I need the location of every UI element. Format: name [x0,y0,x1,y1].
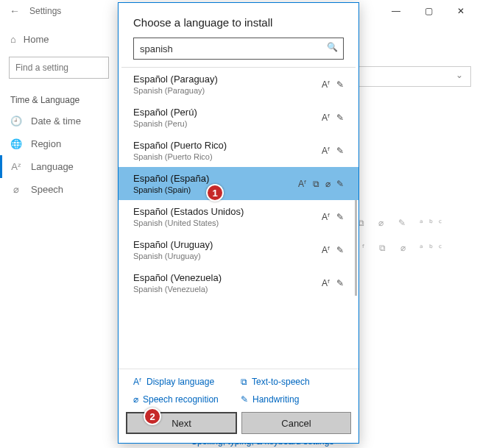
feature-icon: ✎ [336,179,344,189]
nav-language[interactable]: Aᶻ Language [0,155,118,178]
language-list[interactable]: Español (Paraguay)Spanish (Paraguay)Aᶠ✎E… [119,68,358,369]
language-row[interactable]: Español (Estados Unidos)Spanish (United … [119,200,358,233]
find-setting-input[interactable] [9,57,109,79]
speech-icon: ⌀ [133,394,138,405]
language-row[interactable]: Español (España)Spanish (Spain)Aᶠ⧉⌀✎ [119,167,358,200]
legend-handwriting: ✎Handwriting [241,394,344,405]
language-native: Español (Venezuela) [133,272,222,283]
annotation-badge-2: 2 [144,408,161,425]
legend-speech: ⌀Speech recognition [133,394,236,405]
feature-icons: Aᶠ✎ [322,278,344,288]
language-native: Español (Uruguay) [133,239,213,250]
language-row[interactable]: Español (Puerto Rico)Spanish (Puerto Ric… [119,134,358,167]
feature-icon: Aᶠ [322,212,331,222]
language-english: Spanish (Peru) [133,119,197,128]
language-native: Español (Perú) [133,107,197,118]
feature-icons: Aᶠ⧉⌀✎ [298,179,344,189]
annotation-badge-1: 1 [206,184,224,202]
scrollbar[interactable] [355,200,357,296]
language-dialog: Choose a language to install 🔍 Español (… [118,2,359,444]
language-english: Spanish (Uruguay) [133,252,213,260]
display-icon: Aᶠ [133,377,142,387]
language-icon: Aᶻ [10,161,22,172]
feature-icons: Aᶠ✎ [322,245,344,255]
nav-label: Region [31,138,61,149]
legend-tts: ⧉Text-to-speech [241,377,344,387]
language-search-input[interactable] [133,38,344,60]
feature-icon: ⌀ [325,179,331,189]
legend-display: AᶠDisplay language [133,377,236,387]
language-native: Español (Paraguay) [133,74,218,85]
find-setting[interactable] [9,57,109,79]
feature-icon: ✎ [336,79,344,90]
language-english: Spanish (United States) [133,218,244,227]
language-english: Spanish (Paraguay) [133,86,218,95]
search-icon: 🔍 [327,42,338,52]
feature-icons: Aᶠ✎ [322,113,344,123]
nav-label: Speech [31,184,63,195]
language-english: Spanish (Puerto Rico) [133,152,227,161]
feature-icon: ✎ [336,245,344,255]
nav-region[interactable]: 🌐 Region [0,132,118,155]
feature-icons: Aᶠ✎ [322,212,344,222]
home-label: Home [24,34,49,45]
nav-speech[interactable]: ⌀ Speech [0,178,118,201]
close-button[interactable]: ✕ [445,0,477,22]
dialog-title: Choose a language to install [119,3,358,38]
feature-icon: ✎ [336,113,344,123]
feature-icon: Aᶠ [322,146,331,156]
feature-legend: AᶠDisplay language ⧉Text-to-speech ⌀Spee… [119,369,358,408]
section-title: Time & Language [0,86,118,110]
home-nav[interactable]: ⌂ Home [0,29,118,49]
feature-icons: Aᶠ✎ [322,146,344,156]
language-native: Español (España) [133,173,209,184]
feature-icon: Aᶠ [322,113,331,123]
clock-icon: 🕘 [10,115,22,127]
feature-icon: ✎ [336,212,344,222]
language-english: Spanish (Venezuela) [133,285,222,294]
nav-date-time[interactable]: 🕘 Date & time [0,110,118,132]
back-button[interactable]: ← [0,5,29,17]
nav-label: Language [31,161,74,172]
handwriting-icon: ✎ [241,394,248,405]
sidebar: ⌂ Home Time & Language 🕘 Date & time 🌐 R… [0,22,118,201]
feature-icon: ✎ [336,278,344,288]
home-icon: ⌂ [10,34,16,45]
language-english: Spanish (Spain) [133,185,209,194]
mic-icon: ⌀ [10,184,22,195]
language-row[interactable]: Español (Venezuela)Spanish (Venezuela)Aᶠ… [119,266,358,299]
feature-icon: Aᶠ [322,278,331,288]
language-row[interactable]: Español (Paraguay)Spanish (Paraguay)Aᶠ✎ [119,68,358,101]
maximize-button[interactable]: ▢ [412,0,445,22]
tts-icon: ⧉ [241,377,247,387]
language-native: Español (Puerto Rico) [133,140,227,151]
nav-label: Date & time [31,115,81,127]
feature-icon: Aᶠ [322,79,331,90]
cancel-button[interactable]: Cancel [241,412,351,434]
feature-icon: Aᶠ [322,245,331,255]
feature-icons: Aᶠ✎ [322,79,344,90]
language-native: Español (Estados Unidos) [133,206,244,217]
feature-icon: ⧉ [313,179,319,189]
feature-icon: ✎ [336,146,344,156]
globe-icon: 🌐 [10,138,22,149]
language-row[interactable]: Español (Perú)Spanish (Peru)Aᶠ✎ [119,101,358,134]
feature-icon: Aᶠ [298,179,307,189]
next-button[interactable]: Next [126,412,237,434]
minimize-button[interactable]: ― [380,0,412,22]
language-row[interactable]: Español (Uruguay)Spanish (Uruguay)Aᶠ✎ [119,233,358,266]
